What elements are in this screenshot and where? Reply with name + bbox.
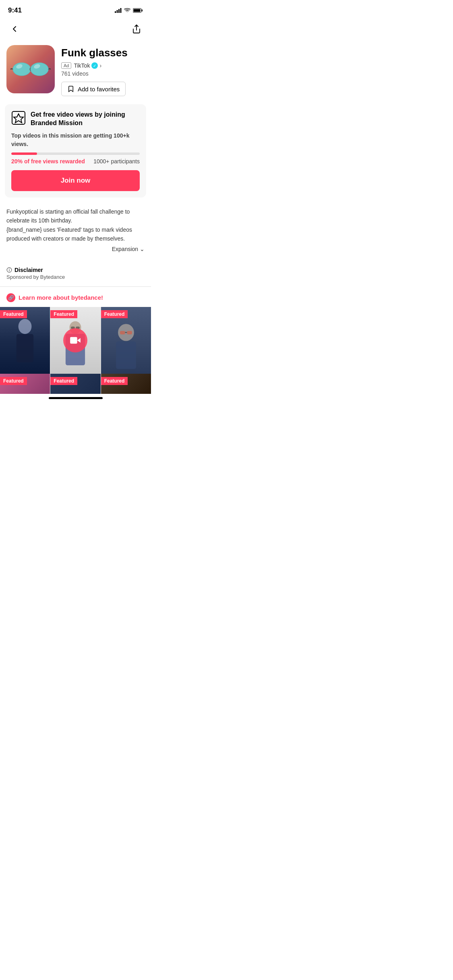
status-icons	[115, 8, 143, 13]
mission-header: Get free video views by joining Branded …	[11, 111, 140, 128]
mission-title: Get free video views by joining Branded …	[31, 111, 140, 128]
status-time: 9:41	[8, 6, 22, 14]
divider	[0, 286, 151, 287]
publisher-name[interactable]: TikTok ✓ ›	[74, 62, 101, 69]
svg-marker-16	[14, 114, 23, 123]
video-thumbnail-2[interactable]: Featured	[50, 307, 100, 374]
svg-rect-0	[115, 11, 116, 13]
battery-icon	[133, 8, 143, 13]
record-button-overlay	[63, 328, 87, 352]
bottom-thumb-1[interactable]: Featured	[0, 374, 50, 394]
learn-more-link[interactable]: Learn more about bytedance!	[19, 294, 103, 301]
svg-rect-3	[120, 8, 122, 13]
video-thumbnail-3[interactable]: Featured	[101, 307, 151, 374]
svg-rect-21	[17, 334, 33, 362]
glasses-image	[10, 57, 51, 81]
disclaimer-icon	[6, 267, 12, 273]
bottom-thumb-2[interactable]: Featured	[50, 374, 100, 394]
ad-badge: Ad	[61, 62, 71, 69]
svg-rect-28	[120, 331, 125, 335]
app-meta: Ad TikTok ✓ ›	[61, 62, 145, 69]
mission-card: Get free video views by joining Branded …	[5, 104, 146, 198]
home-bar	[49, 397, 103, 399]
nav-bar	[0, 18, 151, 42]
mission-description: Top videos in this mission are getting 1…	[11, 132, 140, 148]
disclaimer-sponsored: Sponsored by Bytedance	[6, 274, 145, 280]
app-header: Funk glasses Ad TikTok ✓ › 761 videos Ad…	[0, 42, 151, 103]
link-icon: 🔗	[6, 293, 15, 302]
featured-badge-1: Featured	[0, 310, 27, 318]
bottom-thumb-3[interactable]: Featured	[101, 374, 151, 394]
bottom-featured-badge-2: Featured	[50, 377, 77, 385]
mission-icon	[11, 111, 26, 125]
signal-icon	[115, 8, 122, 13]
bottom-featured-badge-1: Featured	[0, 377, 27, 385]
progress-bar	[11, 152, 140, 155]
bottom-featured-badge-3: Featured	[101, 377, 128, 385]
app-icon	[6, 45, 55, 93]
learn-more-section[interactable]: 🔗 Learn more about bytedance!	[0, 288, 151, 307]
join-now-button[interactable]: Join now	[11, 170, 140, 191]
description-section: Funkyoptical is starting an official fal…	[0, 204, 151, 264]
video-grid: Featured Featured Featured	[0, 307, 151, 374]
app-title: Funk glasses	[61, 47, 145, 59]
person-silhouette-1	[5, 317, 45, 374]
bottom-video-row: Featured Featured Featured	[0, 374, 151, 394]
featured-badge-2: Featured	[50, 310, 77, 318]
back-button[interactable]	[6, 21, 23, 37]
verified-icon: ✓	[91, 62, 98, 69]
camera-icon	[70, 335, 81, 346]
person-silhouette-3	[106, 323, 146, 373]
participants-count: 1000+ participants	[93, 158, 140, 165]
status-bar: 9:41	[0, 0, 151, 18]
mission-stats: 20% of free views rewarded 1000+ partici…	[11, 158, 140, 165]
svg-rect-5	[142, 10, 143, 12]
description-text: Funkyoptical is starting an official fal…	[6, 207, 145, 254]
svg-point-18	[9, 269, 10, 270]
featured-badge-3: Featured	[101, 310, 128, 318]
expansion-button[interactable]: Expansion ⌄	[6, 245, 145, 253]
share-button[interactable]	[128, 21, 145, 37]
chevron-right-icon: ›	[99, 62, 101, 69]
video-count: 761 videos	[61, 70, 145, 77]
svg-rect-26	[70, 337, 78, 343]
video-thumbnail-1[interactable]: Featured	[0, 307, 50, 374]
views-rewarded: 20% of free views rewarded	[11, 158, 85, 165]
svg-point-20	[19, 319, 32, 334]
home-indicator	[0, 394, 151, 401]
svg-rect-6	[134, 9, 141, 12]
svg-rect-1	[117, 10, 118, 13]
disclaimer-section: Disclaimer Sponsored by Bytedance	[0, 264, 151, 285]
svg-rect-31	[116, 342, 136, 369]
app-info: Funk glasses Ad TikTok ✓ › 761 videos Ad…	[61, 45, 145, 96]
svg-rect-29	[127, 331, 132, 335]
wifi-icon	[124, 8, 130, 13]
disclaimer-title: Disclaimer	[6, 267, 145, 273]
bookmark-icon	[67, 85, 74, 93]
progress-fill	[11, 152, 37, 155]
svg-rect-2	[118, 9, 120, 13]
add-to-favorites-button[interactable]: Add to favorites	[61, 82, 126, 96]
